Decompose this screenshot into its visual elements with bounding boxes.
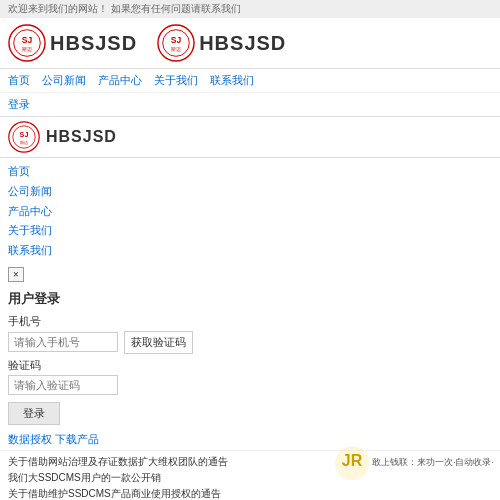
svg-text:斯迈: 斯迈 (171, 46, 181, 52)
sj-logo-1: SJ 斯迈 (8, 24, 46, 62)
nav-about[interactable]: 关于我们 (154, 73, 198, 88)
top-bar: 欢迎来到我们的网站！ 如果您有任何问题请联系我们 (0, 0, 500, 18)
phone-label: 手机号 (8, 314, 492, 329)
badge-line1: 敢上钱联：来功一次·自动收录· (372, 457, 494, 469)
notice-3: 关于借助维护SSDCMS产品商业使用授权的通告 (8, 486, 492, 500)
nav-contact[interactable]: 联系我们 (210, 73, 254, 88)
close-button[interactable]: × (8, 267, 24, 282)
svg-text:斯迈: 斯迈 (20, 140, 28, 145)
second-nav: 首页 公司新闻 产品中心 关于我们 联系我们 (0, 158, 500, 265)
login-submit-button[interactable]: 登录 (8, 402, 60, 425)
header: SJ 斯迈 HBSJSD SJ 斯迈 HBSJSD (0, 18, 500, 69)
verify-row (8, 375, 492, 395)
hbsjsd-logo-text-1: HBSJSD (50, 32, 137, 55)
nav-products[interactable]: 产品中心 (98, 73, 142, 88)
nav-bar: 首页 公司新闻 产品中心 关于我们 联系我们 (0, 69, 500, 92)
close-row: × (0, 265, 500, 284)
notice-link-1[interactable]: 关于借助网站治理及存证数据扩大维权团队的通告 (8, 456, 228, 467)
second-nav-products[interactable]: 产品中心 (8, 202, 492, 222)
second-nav-news[interactable]: 公司新闻 (8, 182, 492, 202)
second-nav-contact[interactable]: 联系我们 (8, 241, 492, 261)
second-header: SJ 斯迈 HBSJSD (0, 116, 500, 158)
notice-link-2[interactable]: 我们大SSDCMS用户的一款公开销 (8, 472, 161, 483)
topbar-text: 欢迎来到我们的网站！ 如果您有任何问题请联系我们 (8, 2, 241, 16)
svg-text:SJ: SJ (22, 35, 33, 45)
second-nav-home[interactable]: 首页 (8, 162, 492, 182)
phone-input[interactable] (8, 332, 118, 352)
nav-news[interactable]: 公司新闻 (42, 73, 86, 88)
verify-input[interactable] (8, 375, 118, 395)
login-section: 用户登录 手机号 获取验证码 验证码 登录 (0, 284, 500, 429)
login-link-row: 登录 (0, 92, 500, 116)
auth-download-link[interactable]: 数据授权 下载产品 (8, 432, 99, 447)
logo-group-1: SJ 斯迈 HBSJSD (8, 24, 137, 62)
svg-text:JR: JR (342, 452, 363, 469)
verify-label: 验证码 (8, 358, 492, 373)
logo-group-2: SJ 斯迈 HBSJSD (157, 24, 286, 62)
login-title: 用户登录 (8, 290, 492, 308)
svg-text:斯迈: 斯迈 (22, 46, 32, 52)
notice-link-3[interactable]: 关于借助维护SSDCMS产品商业使用授权的通告 (8, 488, 221, 499)
nav-home[interactable]: 首页 (8, 73, 30, 88)
svg-text:SJ: SJ (20, 130, 29, 139)
sj-logo-3: SJ 斯迈 (8, 121, 40, 153)
sj-logo-2: SJ 斯迈 (157, 24, 195, 62)
badge-text: 敢上钱联：来功一次·自动收录· (372, 457, 494, 469)
page-wrapper: 欢迎来到我们的网站！ 如果您有任何问题请联系我们 SJ 斯迈 HBSJSD SJ… (0, 0, 500, 500)
hbsjsd-logo-text-2: HBSJSD (199, 32, 286, 55)
hbsjsd-logo-text-3: HBSJSD (46, 128, 117, 146)
bottom-badge: JR 敢上钱联：来功一次·自动收录· (334, 445, 494, 481)
login-link[interactable]: 登录 (8, 98, 30, 110)
jr-badge-icon: JR (334, 445, 370, 481)
phone-row: 获取验证码 (8, 331, 492, 354)
second-nav-about[interactable]: 关于我们 (8, 221, 492, 241)
svg-text:SJ: SJ (171, 35, 182, 45)
get-captcha-button[interactable]: 获取验证码 (124, 331, 193, 354)
